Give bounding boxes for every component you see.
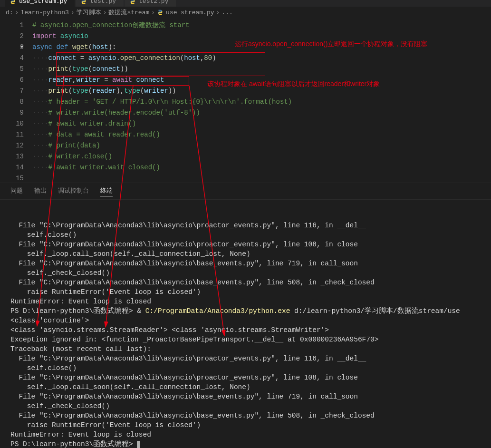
terminal-line: self.close() — [10, 363, 491, 373]
line-number: 5 — [0, 64, 24, 75]
line-number: 6 — [0, 75, 24, 86]
tab-label: test.py — [90, 0, 116, 5]
terminal-line: Traceback (most recent call last): — [10, 344, 491, 354]
code-area[interactable]: # asyncio.open_connection创建数据流 start imp… — [32, 18, 491, 183]
terminal-line: raise RuntimeError('Event loop is closed… — [10, 287, 491, 297]
terminal[interactable]: File "C:\ProgramData\Anaconda3\lib\async… — [0, 200, 491, 448]
tab-test2[interactable]: test2.py — [125, 0, 176, 7]
line-number: 3 — [0, 42, 24, 53]
line-number: 8 — [0, 97, 24, 107]
line-number: 7 — [0, 86, 24, 97]
terminal-line: RuntimeError: Event loop is closed — [10, 297, 491, 306]
breadcrumb[interactable]: d: › learn-python3 › 学习脚本 › 数据流stream › … — [0, 7, 491, 18]
terminal-line: File "C:\ProgramData\Anaconda3\lib\async… — [10, 354, 491, 363]
chevron-right-icon: › — [103, 9, 107, 16]
tab-test[interactable]: test.py — [76, 0, 124, 7]
line-number: 4 — [0, 53, 24, 64]
code-editor[interactable]: 123456789101112131415 # asyncio.open_con… — [0, 18, 491, 183]
terminal-line: <class 'coroutine'> — [10, 316, 491, 325]
panel-tab-debug-console[interactable]: 调试控制台 — [58, 186, 89, 196]
editor-tabs: use_stream.py test.py test2.py — [0, 0, 491, 7]
line-number: 12 — [0, 140, 24, 151]
panel-tab-output[interactable]: 输出 — [34, 186, 47, 196]
chevron-right-icon: › — [71, 9, 75, 16]
terminal-line: <class 'asyncio.streams.StreamReader'> <… — [10, 325, 491, 335]
tab-use-stream[interactable]: use_stream.py — [5, 0, 75, 7]
terminal-line: RuntimeError: Event loop is closed — [10, 430, 491, 439]
line-number: 10 — [0, 118, 24, 129]
terminal-line: File "C:\ProgramData\Anaconda3\lib\async… — [10, 411, 491, 420]
tab-label: use_stream.py — [19, 0, 67, 5]
python-icon — [80, 0, 87, 5]
terminal-line: File "C:\ProgramData\Anaconda3\lib\async… — [10, 373, 491, 382]
terminal-line: self._loop.call_soon(self._call_connecti… — [10, 382, 491, 392]
crumb-folder[interactable]: 学习脚本 — [77, 8, 101, 17]
crumb-folder[interactable]: learn-python3 — [20, 9, 68, 16]
terminal-line: self._loop.call_soon(self._call_connecti… — [10, 249, 491, 259]
terminal-cursor — [137, 441, 140, 448]
panel-tab-terminal[interactable]: 终端 — [100, 186, 113, 196]
line-number: 14 — [0, 162, 24, 173]
chevron-right-icon: › — [151, 9, 155, 16]
crumb-file[interactable]: use_stream.py — [166, 9, 214, 16]
chevron-right-icon: › — [15, 9, 19, 16]
line-number: 13 — [0, 151, 24, 162]
terminal-prompt: PS D:\learn-python3\函数式编程> & C:/ProgramD… — [10, 306, 491, 316]
line-number: 9 — [0, 107, 24, 118]
chevron-right-icon: › — [216, 9, 220, 16]
crumb-trail[interactable]: ... — [221, 9, 232, 16]
panel-tab-problems[interactable]: 问题 — [10, 186, 23, 196]
crumb-drive[interactable]: d: — [6, 9, 13, 16]
terminal-line: self._check_closed() — [10, 268, 491, 278]
terminal-line: PS D:\learn-python3\函数式编程> — [10, 439, 491, 448]
crumb-folder[interactable]: 数据流stream — [108, 8, 149, 17]
python-icon — [10, 0, 16, 5]
terminal-line: File "C:\ProgramData\Anaconda3\lib\async… — [10, 240, 491, 249]
terminal-line: self._check_closed() — [10, 401, 491, 411]
terminal-line: File "C:\ProgramData\Anaconda3\lib\async… — [10, 221, 491, 230]
line-number: 2 — [0, 31, 24, 42]
terminal-line: File "C:\ProgramData\Anaconda3\lib\async… — [10, 278, 491, 287]
python-icon — [129, 0, 136, 5]
line-number: 15 — [0, 173, 24, 184]
line-number: 11 — [0, 129, 24, 140]
tab-label: test2.py — [139, 0, 168, 5]
line-number: 1 — [0, 20, 24, 31]
panel-tabs: 问题 输出 调试控制台 终端 — [0, 183, 491, 200]
terminal-line: File "C:\ProgramData\Anaconda3\lib\async… — [10, 259, 491, 268]
terminal-line: raise RuntimeError('Event loop is closed… — [10, 420, 491, 430]
terminal-line: Exception ignored in: <function _Proacto… — [10, 335, 491, 344]
python-icon — [157, 9, 164, 16]
line-gutter: 123456789101112131415 — [0, 18, 32, 183]
terminal-line: self.close() — [10, 230, 491, 240]
terminal-line: File "C:\ProgramData\Anaconda3\lib\async… — [10, 392, 491, 401]
code-comment: # asyncio.open_connection创建数据流 start — [32, 21, 189, 29]
